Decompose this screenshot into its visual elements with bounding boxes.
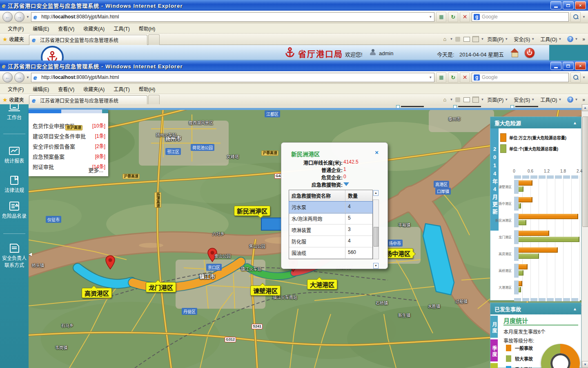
forward-button[interactable]: → [14,12,24,22]
home-dropdown-icon[interactable]: ▼ [450,98,453,101]
favorites-star-icon[interactable]: ★ [2,96,8,103]
stop-button[interactable]: ✕ [460,12,470,22]
rss-icon[interactable] [454,36,462,43]
favorites-label[interactable]: 收藏夹 [9,36,24,43]
sidebar-collapse-icon[interactable]: ◀ [29,251,32,257]
search-options-icon[interactable]: ▼ [582,76,586,79]
todo-menu-item[interactable]: 应急预案备案[8条] [33,153,105,160]
home-icon[interactable] [510,48,519,57]
print-dropdown-icon[interactable]: ▼ [481,98,484,101]
page-tab[interactable]: e江苏省港口安全监管与应急管理系统 [29,95,147,105]
close-button[interactable]: × [575,62,586,70]
menu-item[interactable]: 帮助(H) [134,84,160,94]
menu-item[interactable]: 帮助(H) [134,24,160,33]
home-icon[interactable]: ⌂ [441,36,449,43]
menu-item[interactable]: 收藏夹(A) [79,84,109,94]
scroll-up-icon[interactable]: ▲ [582,104,588,111]
scroll-thumb[interactable] [582,117,588,227]
sidebar-item-hazmat-directory[interactable]: 危险品名录 [0,200,29,220]
back-button[interactable]: ← [2,72,13,83]
overflow-chevron-icon[interactable]: » [581,36,586,42]
search-button[interactable] [570,72,581,83]
overflow-chevron-icon[interactable]: » [581,97,586,103]
sidebar-item-reports[interactable]: 统计报表 [0,145,29,165]
layer-checkbox[interactable] [396,105,400,108]
forward-button[interactable]: → [14,72,24,83]
minimize-button[interactable] [550,1,561,9]
close-icon[interactable]: × [375,149,379,156]
menu-item[interactable]: 收藏夹(A) [79,24,109,33]
table-row[interactable]: 围油缆560 [289,247,372,259]
search-box[interactable]: gGoogle [472,73,569,82]
home-dropdown-icon[interactable]: ▼ [450,37,453,41]
logout-power-icon[interactable] [525,48,535,58]
back-button[interactable]: ← [2,12,13,22]
period-tab-3[interactable]: 年度 [490,363,498,368]
minimize-button[interactable] [550,62,561,70]
refresh-button[interactable]: ↻ [448,12,458,22]
period-tab-2[interactable]: 季度 [490,339,498,361]
print-icon[interactable] [472,36,480,43]
safety-menu-button[interactable]: 安全(S)▼ [511,35,537,43]
menu-item[interactable]: 文件(F) [3,84,28,94]
tools-menu-button[interactable]: 工具(O)▼ [538,35,564,43]
scroll-thumb[interactable] [374,227,379,247]
menu-item[interactable]: 工具(T) [109,84,134,94]
todo-menu-item[interactable]: 建设项目安全条件审批[1条] [33,132,105,140]
menu-item[interactable]: 工具(T) [109,24,134,33]
page-menu-button[interactable]: 页面(P)▼ [485,35,510,43]
page-tab[interactable]: e江苏省港口安全监管与应急管理系统 [29,35,147,45]
close-button[interactable]: × [575,1,586,9]
scroll-down-icon[interactable]: ▼ [582,361,588,368]
address-dropdown-icon[interactable]: ▼ [429,15,432,19]
search-button[interactable] [570,12,581,22]
collapse-icon[interactable]: ▲ [573,307,577,311]
scroll-down-icon[interactable]: ▼ [373,263,379,269]
search-options-icon[interactable]: ▼ [582,15,586,19]
new-tab-button[interactable] [148,34,160,45]
maximize-button[interactable] [563,1,574,9]
table-scrollbar[interactable]: ▲ ▼ [373,200,379,259]
mail-icon[interactable] [463,96,471,103]
page-scrollbar[interactable]: ▲ ▼ [581,104,588,368]
history-dropdown-icon[interactable]: ▼ [26,76,29,79]
collapse-icon[interactable]: ▲ [573,121,577,125]
stop-button[interactable]: ✕ [460,72,470,83]
sidebar-item-workbench[interactable]: 工作台 [0,104,29,121]
table-row[interactable]: 污水泵4 [289,202,372,213]
accidents-panel-header[interactable]: 已发生事故 ▲ [490,303,581,314]
favorites-label[interactable]: 收藏夹 [9,96,24,103]
home-icon[interactable]: ⌂ [441,96,449,103]
maximize-button[interactable] [563,62,574,70]
help-button[interactable]: ?▼ [565,35,580,43]
search-box[interactable]: gGoogle [472,12,569,22]
print-dropdown-icon[interactable]: ▼ [481,37,484,41]
rss-icon[interactable] [454,96,462,103]
mail-icon[interactable] [463,36,471,43]
compatibility-button[interactable]: ▦ [436,12,446,22]
safety-menu-button[interactable]: 安全(S)▼ [511,95,537,104]
hazards-panel-header[interactable]: 重大危险源 ▲ [490,117,581,128]
favorites-star-icon[interactable]: ★ [2,36,8,43]
menu-item[interactable]: 查看(V) [53,24,79,33]
address-dropdown-icon[interactable]: ▼ [429,76,432,79]
print-icon[interactable] [472,96,480,103]
layer-checkbox[interactable] [510,105,514,108]
tools-menu-button[interactable]: 工具(O)▼ [538,95,564,104]
refresh-button[interactable]: ↻ [448,72,458,83]
page-menu-button[interactable]: 页面(P)▼ [485,95,510,104]
menu-item[interactable]: 文件(F) [3,24,28,33]
expand-materials-icon[interactable] [343,182,349,186]
period-tab-1[interactable]: 月度 [490,316,498,338]
address-input[interactable]: ehttp://localhost:8080/yjpt/Main.html▼ [31,12,434,22]
history-dropdown-icon[interactable]: ▼ [26,15,29,19]
compatibility-button[interactable]: ▦ [436,72,446,83]
table-row[interactable]: 水/泡沫两用炮5 [289,213,372,224]
table-row[interactable]: 喷淋装置3 [289,224,372,236]
menu-item[interactable]: 编辑(E) [28,24,53,33]
todo-more-link[interactable]: 更多... [88,166,103,174]
todo-menu-item[interactable]: 危货作业申报审批[10条] [33,122,105,130]
scroll-up-icon[interactable]: ▲ [373,190,379,196]
help-button[interactable]: ?▼ [565,96,580,103]
sidebar-item-laws[interactable]: 法律法规 [0,175,29,194]
